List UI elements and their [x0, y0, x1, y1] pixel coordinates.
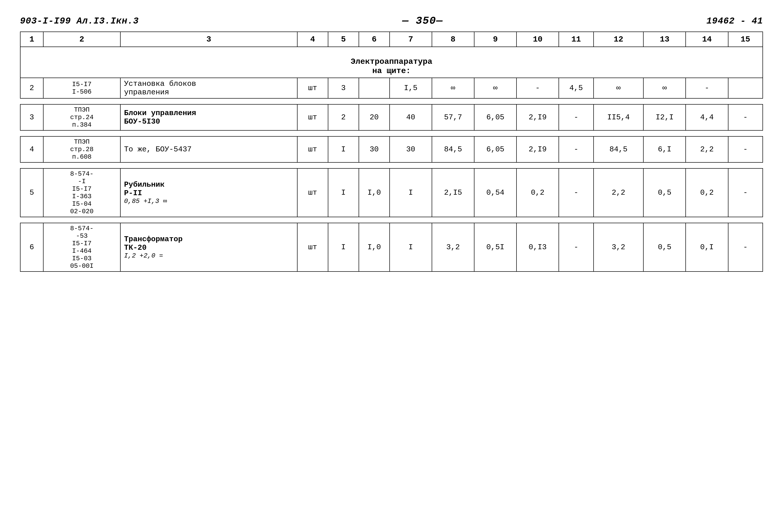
row6-col14: 0,I — [686, 223, 728, 272]
header-left: 903-I-I99 Ал.I3.Iкн.3 — [20, 16, 139, 26]
row3-col10: 2,I9 — [516, 104, 559, 130]
row4-ref: ТПЭП стр.28 п.608 — [43, 136, 120, 162]
spacer-3 — [20, 162, 763, 168]
row2-col6 — [359, 78, 389, 98]
row6-col11: - — [559, 223, 593, 272]
table-row-3: 3 ТПЭП стр.24 п.384 Блоки управления БОУ… — [20, 104, 763, 130]
row5-desc: Рубильник Р-II 0,85 +I,3 ∞ — [120, 168, 297, 217]
row2-col4: шт — [297, 78, 328, 98]
section-title-line1: Электроаппаратура — [21, 57, 762, 66]
row2-ref: I5-I7 I-506 — [43, 78, 120, 98]
table-row-6: 6 8-574- -53 I5-I7 I-464 I5-03 05-00I Тр… — [20, 223, 763, 272]
row6-col10: 0,I3 — [516, 223, 559, 272]
row4-col5: I — [328, 136, 359, 162]
row4-col6: 30 — [359, 136, 389, 162]
header-center: — 350— — [402, 15, 443, 27]
row2-col7: I,5 — [389, 78, 432, 98]
column-headers: 1 2 3 4 5 6 7 8 9 10 11 12 13 14 15 — [20, 32, 763, 47]
spacer-4 — [20, 217, 763, 223]
col-header-8: 8 — [432, 32, 474, 47]
row6-col13: 0,5 — [644, 223, 686, 272]
row3-col15: - — [728, 104, 763, 130]
row4-num: 4 — [20, 136, 43, 162]
row6-col4: шт — [297, 223, 328, 272]
row6-col15: - — [728, 223, 763, 272]
row3-col9: 6,05 — [474, 104, 516, 130]
row4-col10: 2,I9 — [516, 136, 559, 162]
row4-col9: 6,05 — [474, 136, 516, 162]
row6-col6: I,0 — [359, 223, 389, 272]
header-right: 19462 - 41 — [707, 16, 763, 26]
section-title-line2: на щите: — [21, 66, 762, 75]
row6-col12: 3,2 — [594, 223, 644, 272]
table-row-4: 4 ТПЭП стр.28 п.608 То же, БОУ-5437 шт I… — [20, 136, 763, 162]
row6-ref: 8-574- -53 I5-I7 I-464 I5-03 05-00I — [43, 223, 120, 272]
col-header-5: 5 — [328, 32, 359, 47]
row4-desc: То же, БОУ-5437 — [120, 136, 297, 162]
row6-desc: Трансформатор ТК-20 I,2 +2,0 = — [120, 223, 297, 272]
spacer-1 — [20, 98, 763, 104]
row5-col13: 0,5 — [644, 168, 686, 217]
row2-desc: Установка блоков управления — [120, 78, 297, 98]
row6-num: 6 — [20, 223, 43, 272]
row3-desc: Блоки управления БОУ-5I30 — [120, 104, 297, 130]
table-row-5: 5 8-574- -I I5-I7 I-363 I5-04 02-020 Руб… — [20, 168, 763, 217]
row2-col15 — [728, 78, 763, 98]
row5-col6: I,0 — [359, 168, 389, 217]
col-header-14: 14 — [686, 32, 728, 47]
main-table: 1 2 3 4 5 6 7 8 9 10 11 12 13 14 15 Эл — [20, 32, 763, 272]
col-header-11: 11 — [559, 32, 593, 47]
row6-col9: 0,5I — [474, 223, 516, 272]
row2-col10: - — [516, 78, 559, 98]
col-header-4: 4 — [297, 32, 328, 47]
col-header-7: 7 — [389, 32, 432, 47]
col-header-15: 15 — [728, 32, 763, 47]
row5-col8: 2,I5 — [432, 168, 474, 217]
page: 903-I-I99 Ал.I3.Iкн.3 — 350— 19462 - 41 … — [0, 0, 783, 532]
row4-col11: - — [559, 136, 593, 162]
col-header-6: 6 — [359, 32, 389, 47]
row2-num: 2 — [20, 78, 43, 98]
row3-col13: I2,I — [644, 104, 686, 130]
row2-col9: ∞ — [474, 78, 516, 98]
row2-col11: 4,5 — [559, 78, 593, 98]
row6-col5: I — [328, 223, 359, 272]
col-header-10: 10 — [516, 32, 559, 47]
col-header-2: 2 — [43, 32, 120, 47]
row3-col4: шт — [297, 104, 328, 130]
row5-col7: I — [389, 168, 432, 217]
section-header-row: Электроаппаратура на щите: — [20, 47, 763, 78]
row3-ref: ТПЭП стр.24 п.384 — [43, 104, 120, 130]
row3-col7: 40 — [389, 104, 432, 130]
row4-col14: 2,2 — [686, 136, 728, 162]
row5-col11: - — [559, 168, 593, 217]
row3-col6: 20 — [359, 104, 389, 130]
row5-col5: I — [328, 168, 359, 217]
row5-num: 5 — [20, 168, 43, 217]
row5-col9: 0,54 — [474, 168, 516, 217]
row5-col12: 2,2 — [594, 168, 644, 217]
col-header-12: 12 — [594, 32, 644, 47]
row2-col8: ∞ — [432, 78, 474, 98]
row5-col4: шт — [297, 168, 328, 217]
row2-col5: 3 — [328, 78, 359, 98]
row3-col8: 57,7 — [432, 104, 474, 130]
row3-col12: II5,4 — [594, 104, 644, 130]
row4-col12: 84,5 — [594, 136, 644, 162]
row2-col14: - — [686, 78, 728, 98]
row4-col7: 30 — [389, 136, 432, 162]
col-header-1: 1 — [20, 32, 43, 47]
col-header-9: 9 — [474, 32, 516, 47]
section-header-cell: Электроаппаратура на щите: — [20, 47, 763, 78]
row5-col14: 0,2 — [686, 168, 728, 217]
row5-col10: 0,2 — [516, 168, 559, 217]
row5-ref: 8-574- -I I5-I7 I-363 I5-04 02-020 — [43, 168, 120, 217]
row4-col13: 6,I — [644, 136, 686, 162]
row6-col8: 3,2 — [432, 223, 474, 272]
col-header-3: 3 — [120, 32, 297, 47]
row4-col4: шт — [297, 136, 328, 162]
col-header-13: 13 — [644, 32, 686, 47]
row5-col15: - — [728, 168, 763, 217]
row3-col14: 4,4 — [686, 104, 728, 130]
row4-col15: - — [728, 136, 763, 162]
